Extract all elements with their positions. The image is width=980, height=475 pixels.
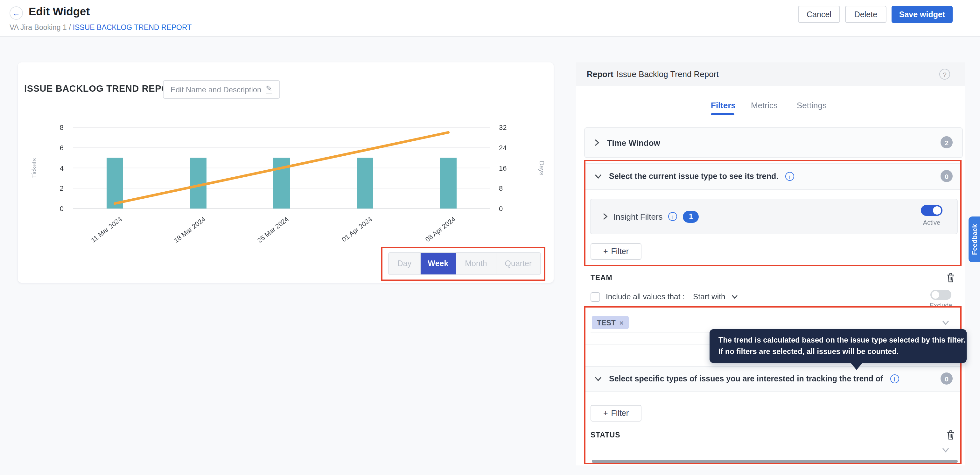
breadcrumb-current-link[interactable]: ISSUE BACKLOG TREND REPORT [73, 24, 192, 31]
bar-01 Apr 2024[interactable] [357, 158, 373, 209]
top-header-bar: ← Edit Widget VA Jira Booking 1 /ISSUE B… [0, 0, 980, 37]
add-filter-button[interactable]: + Filter [590, 243, 641, 260]
horizontal-scrollbar[interactable] [592, 460, 958, 463]
trash-icon[interactable] [946, 429, 956, 441]
x-axis-label: 01 Apr 2024 [340, 215, 374, 243]
granularity-month[interactable]: Month [456, 253, 496, 274]
right-axis-tick: 24 [499, 144, 506, 152]
page-title: Edit Widget [29, 5, 90, 19]
x-axis-label: 08 Apr 2024 [424, 215, 457, 243]
right-axis-title: Days [538, 161, 546, 175]
tab-metrics[interactable]: Metrics [751, 100, 778, 110]
left-axis-tick: 4 [60, 164, 64, 172]
exclude-toggle-label: Exclude [926, 302, 956, 309]
time-window-accordion[interactable] [584, 128, 963, 158]
edit-widget-page: ← Edit Widget VA Jira Booking 1 /ISSUE B… [0, 0, 980, 475]
granularity-week[interactable]: Week [421, 253, 456, 274]
team-tag-label: TEST [597, 319, 616, 326]
add-filter-label: Filter [611, 247, 629, 256]
current-issue-type-count-badge: 0 [940, 170, 953, 182]
include-all-values-label: Include all values that : [606, 292, 685, 301]
include-all-values-checkbox[interactable] [590, 292, 600, 301]
x-axis-label: 11 Mar 2024 [90, 215, 124, 244]
insight-filters-card[interactable] [590, 199, 958, 234]
team-value-tag: TEST × [592, 316, 629, 329]
x-axis-label: 25 Mar 2024 [256, 215, 290, 244]
add-filter-label: Filter [611, 409, 629, 418]
team-include-row: Include all values that : Start with [590, 290, 738, 303]
active-toggle-label: Active [921, 219, 942, 226]
pencil-edit-icon: ✎ [266, 85, 272, 94]
edit-button-label: Edit Name and Description [170, 85, 261, 94]
info-icon[interactable]: i [785, 172, 794, 181]
left-axis-tick: 8 [60, 124, 64, 131]
left-axis-tick: 6 [60, 144, 64, 152]
remove-tag-icon[interactable]: × [619, 319, 624, 326]
delete-button[interactable]: Delete [845, 6, 886, 23]
bar-18 Mar 2024[interactable] [190, 158, 207, 209]
exclude-toggle[interactable] [931, 290, 951, 300]
breadcrumb-dashboard: VA Jira Booking 1 / [10, 24, 71, 31]
granularity-day[interactable]: Day [389, 253, 421, 274]
back-button[interactable]: ← [10, 6, 23, 20]
plus-icon: + [603, 247, 608, 256]
specific-issue-types-count-badge: 0 [940, 373, 953, 384]
right-axis-tick: 0 [499, 205, 503, 213]
toggle-knob [933, 206, 941, 215]
plus-icon: + [603, 409, 608, 418]
add-filter-button[interactable]: + Filter [590, 405, 641, 421]
feedback-tab-label: Feedback [970, 224, 978, 255]
insight-filters-active-toggle[interactable] [921, 205, 942, 216]
left-axis-tick: 2 [60, 184, 64, 192]
specific-issue-types-section-header[interactable] [584, 366, 961, 392]
question-mark-icon: ? [943, 70, 947, 78]
tab-settings[interactable]: Settings [797, 100, 827, 110]
right-axis-tick: 16 [499, 164, 506, 172]
info-icon[interactable]: i [890, 375, 899, 383]
issue-backlog-trend-chart: 0246808162432TicketsDays11 Mar 202418 Ma… [18, 107, 554, 257]
team-filter-name: TEAM [590, 274, 612, 281]
bar-25 Mar 2024[interactable] [273, 158, 290, 209]
breadcrumb: VA Jira Booking 1 /ISSUE BACKLOG TREND R… [10, 24, 191, 31]
panel-header: Report Issue Backlog Trend Report [576, 62, 965, 86]
edit-name-description-button[interactable]: Edit Name and Description ✎ [163, 80, 280, 99]
cancel-button[interactable]: Cancel [798, 6, 840, 23]
tooltip-line-1: The trend is calculated based on the iss… [719, 334, 958, 346]
feedback-tab[interactable]: Feedback [969, 217, 980, 262]
chevron-down-icon[interactable] [942, 448, 950, 453]
save-widget-button[interactable]: Save widget [891, 6, 953, 23]
right-axis-tick: 32 [499, 124, 506, 131]
left-axis-title: Tickets [30, 158, 38, 178]
trash-icon[interactable] [946, 272, 956, 283]
tab-filters[interactable]: Filters [711, 100, 736, 110]
chevron-down-icon[interactable] [731, 295, 738, 299]
arrow-left-icon: ← [13, 9, 20, 18]
help-button[interactable]: ? [939, 69, 950, 80]
right-axis-tick: 8 [499, 184, 503, 192]
time-window-count-badge: 2 [940, 136, 953, 148]
granularity-toggle-group: Day Week Month Quarter [388, 252, 541, 275]
status-filter-name: STATUS [590, 431, 620, 439]
bar-08 Apr 2024[interactable] [440, 158, 457, 209]
bar-11 Mar 2024[interactable] [107, 158, 123, 209]
granularity-quarter[interactable]: Quarter [496, 253, 540, 274]
operator-select-value[interactable]: Start with [693, 292, 725, 301]
active-tab-underline [711, 113, 734, 115]
toggle-knob [932, 291, 939, 299]
tooltip-line-2: If no filters are selected, all issues w… [719, 346, 958, 358]
trend-info-tooltip: The trend is calculated based on the iss… [710, 329, 967, 363]
widget-title: ISSUE BACKLOG TREND REPORT [24, 83, 181, 94]
panel-header-report-label: Report [587, 69, 614, 79]
panel-header-report-name: Issue Backlog Trend Report [617, 69, 719, 79]
chevron-down-icon[interactable] [942, 320, 950, 325]
current-issue-type-section-header[interactable] [584, 163, 961, 190]
x-axis-label: 18 Mar 2024 [172, 215, 207, 244]
left-axis-tick: 0 [60, 205, 64, 213]
